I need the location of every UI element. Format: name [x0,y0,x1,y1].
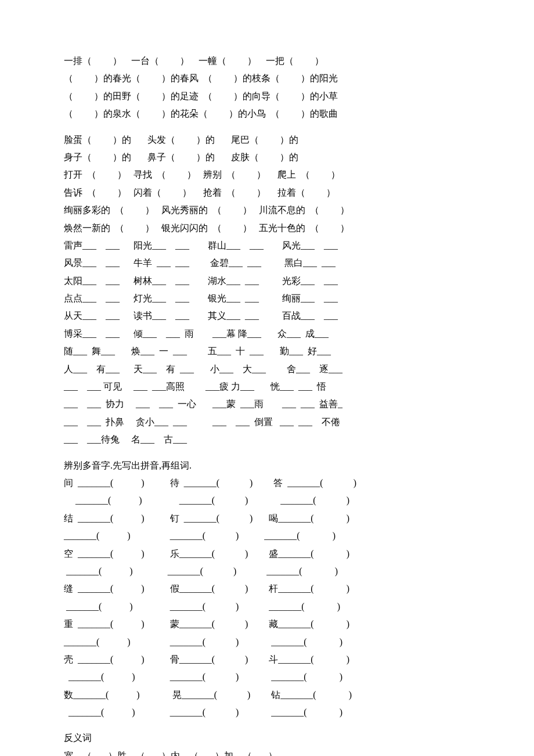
exercise-line: _______( ) _______( ) _______( ) [64,527,470,545]
exercise-line: 脸蛋（ ）的 头发（ ）的 尾巴（ ）的 [64,131,470,149]
exercise-line: 点点___ ___ 灯光___ ___ 银光___ ___ 绚丽___ ___ [64,290,470,307]
exercise-line: 结 _______( ) 钉 _______( ) 喝_______( ) [64,510,470,527]
exercise-line: （ ）的田野（ ）的足迹 （ ）的向导（ ）的小草 [64,88,470,105]
exercise-line: _______( ) _______( ) _______( ) [64,492,470,509]
exercise-line: 焕然一新的 （ ） 银光闪闪的 （ ） 五光十色的 （ ） [64,219,470,237]
exercise-line: 身子（ ）的 鼻子（ ）的 皮肤（ ）的 [64,149,470,166]
exercise-line: 从天___ ___ 读书___ ___ 其义___ ___ 百战___ ___ [64,307,470,325]
exercise-line: 宽—（ ）胜—（ ）内—（ ）加—（ ） [64,747,470,756]
exercise-line: 数_______( ) 晃_______( ) 钻_______( ) [64,686,470,704]
exercise-line: 雷声___ ___ 阳光___ ___ 群山___ ___ 风光___ ___ [64,237,470,254]
exercise-line: 绚丽多彩的 （ ） 风光秀丽的 （ ） 川流不息的 （ ） [64,201,470,219]
exercise-line: 一排（ ） 一台（ ） 一幢（ ） 一把（ ） [64,52,470,70]
exercise-line: 重 _______( ) 蒙_______( ) 藏_______( ) [64,615,470,633]
exercise-line: 随___ 舞___ 焕___ 一 ___ 五___ 十 ___ 勤___ 好__… [64,343,470,360]
exercise-line: 空 _______( ) 乐_______( ) 盛_______( ) [64,545,470,563]
exercise-line: （ ）的泉水（ ）的花朵（ ）的小鸟 （ ）的歌曲 [64,105,470,123]
exercise-line: 告诉 （ ） 闪着（ ） 抢着 （ ） 拉着（ ） [64,184,470,201]
exercise-line: 间 _______( ) 待 _______( ) 答 _______( ) [64,474,470,492]
exercise-line: _______( ) _______( ) _______( ) [64,704,470,721]
exercise-line: ___ ___ 扑鼻 贪小___ ___ ___ ___ 倒置 ___ ___ … [64,413,470,431]
exercise-line: ___ ___ 协力 ___ ___ 一心 ___蒙 ___雨 ___ ___ … [64,395,470,413]
section-heading: 反义词 [64,729,470,747]
exercise-line: 人___ 有___ 天___ 有 ___ 小___ 大___ 舍___ 逐___ [64,361,470,378]
exercise-line: 壳 _______( ) 骨_______( ) 斗_______( ) [64,651,470,668]
exercise-line: _______( ) _______( ) _______( ) [64,668,470,686]
exercise-line: _______( ) _______( ) _______( ) [64,598,470,615]
exercise-line: 缝 _______( ) 假_______( ) 杆_______( ) [64,580,470,597]
section-heading: 辨别多音字.先写出拼音,再组词. [64,457,470,474]
exercise-line: 打开 （ ） 寻找 （ ） 辨别 （ ） 爬上 （ ） [64,166,470,183]
exercise-line: _______( ) _______( ) _______( ) [64,563,470,580]
exercise-line: ___ ___待兔 名___ 古___ [64,431,470,448]
exercise-line: （ ）的春光（ ）的春风 （ ）的枝条（ ）的阳光 [64,70,470,87]
exercise-line: 太阳___ ___ 树林___ ___ 湖水___ ___ 光彩___ ___ [64,272,470,290]
exercise-line: 博采___ ___ 倾___ ___ 雨 ___幕 降___ 众___ 成___ [64,325,470,343]
exercise-line: ___ ___ 可见 ___ ___高照 ___疲 力___ 恍___ ___ … [64,378,470,395]
exercise-line: 风景___ ___ 牛羊 ___ ___ 金碧___ ___ 黑白___ ___ [64,254,470,272]
exercise-line: _______( ) _______( ) _______( ) [64,633,470,651]
